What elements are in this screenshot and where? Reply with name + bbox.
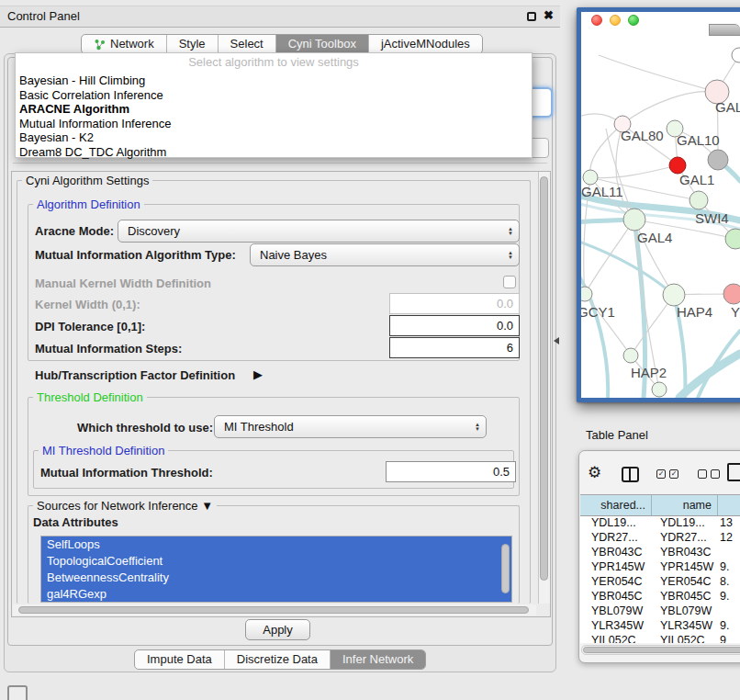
node-unlabeled[interactable] [708,150,728,170]
tab-label: Style [179,35,206,53]
table-cell: YBL079W [652,604,718,619]
tab-style[interactable]: Style [166,35,218,53]
tab-network[interactable]: Network [82,35,166,53]
node-swi4[interactable] [690,191,708,209]
node-label-y: Y [731,304,740,320]
tab-select[interactable]: Select [218,35,275,53]
column-header-shared[interactable]: shared... [580,494,652,516]
attribute-item-gal4rgexp[interactable]: gal4RGexp [41,586,511,603]
column-header-name[interactable]: name [652,494,718,516]
algorithm-option-mutual-information-inference[interactable]: Mutual Information Inference [16,117,532,131]
tab-impute-data[interactable]: Impute Data [135,650,224,669]
tab-label: jActiveMNodules [381,35,470,53]
threshold-definition-title: Threshold Definition [33,390,147,404]
unchecked-box-icon [711,469,720,479]
node-unlabeled[interactable] [725,229,740,249]
tab-jactivemnodules[interactable]: jActiveMNodules [368,35,482,53]
apply-button[interactable]: Apply [245,619,310,640]
window-zoom-icon[interactable] [628,15,639,26]
node-label-gal11: GAL11 [581,184,623,199]
settings-horizontal-scrollbar-thumb[interactable] [18,606,529,614]
table-row[interactable]: YIL052CYIL052C9 [580,634,740,643]
table-cell: YLR345W [580,619,652,634]
attribute-item-topologicalcoefficient[interactable]: TopologicalCoefficient [41,553,511,570]
mi-steps-input[interactable]: 6 [389,337,520,358]
attribute-item-selfloops[interactable]: SelfLoops [41,536,511,553]
dpi-tolerance-input[interactable]: 0.0 [389,315,520,336]
algorithm-option-aracne-algorithm[interactable]: ARACNE Algorithm [16,102,532,117]
node-gal4[interactable] [623,209,645,231]
tab-cyni-toolbox[interactable]: Cyni Toolbox [275,35,368,53]
mi-threshold-input[interactable]: 0.5 [386,461,516,482]
table-row[interactable]: YDL19...YDL19...13 [580,516,740,531]
attributes-list-scrollbar[interactable] [501,544,510,593]
table-cell: YBL079W [580,604,652,619]
hub-definition-label[interactable]: Hub/Transcription Factor Definition [35,367,235,384]
table-cell [718,604,740,619]
mi-steps-label: Mutual Information Steps: [35,341,182,357]
table-row[interactable]: YLR345WYLR345W9. [580,619,740,634]
node-label-hap4: HAP4 [677,304,712,320]
table-horizontal-scrollbar-thumb[interactable] [583,647,740,653]
table-cell: YPR145W [580,560,652,575]
node-label-hap2: HAP2 [631,365,667,380]
table-row[interactable]: YBL079WYBL079W [580,604,740,619]
node-hap4[interactable] [663,284,685,306]
stepper-arrows-icon: ▲▼ [502,227,519,236]
table-row[interactable]: YBR043CYBR043C [580,546,740,560]
algorithm-option-bayesian-k2[interactable]: Bayesian - K2 [16,130,532,145]
network-canvas[interactable]: GALGAL80GAL10GAL1GAL11SWI4GAL4GCY1HAP4YH… [581,12,740,398]
restore-panel-icon[interactable] [7,685,28,700]
which-threshold-select[interactable]: MI Threshold ▲▼ [214,415,487,438]
algorithm-option-basic-correlation-inference[interactable]: Basic Correlation Inference [16,88,532,103]
node-gcy1[interactable] [581,287,592,301]
table-cell: YER054C [652,575,718,590]
table-row[interactable]: YER054CYER054C8. [580,575,740,590]
sources-title-text: Sources for Network Inference [37,499,198,513]
node-hap2[interactable] [623,348,638,363]
tab-discretize-data[interactable]: Discretize Data [224,650,330,669]
document-icon[interactable] [727,463,740,481]
panel-splitter-arrow[interactable] [554,337,559,344]
node-y[interactable] [723,284,740,304]
column-layout-icon[interactable] [622,467,639,482]
float-window-icon[interactable] [527,12,536,21]
aracne-mode-select[interactable]: Discovery ▲▼ [118,220,520,243]
sources-group-title[interactable]: Sources for Network Inference ▼ [33,499,217,513]
table-panel-window: ⚙ ✓ ✓ shared...nameA YDL19...YDL19...13Y… [578,450,740,663]
settings-vertical-scrollbar-thumb[interactable] [540,176,548,581]
kernel-width-input[interactable]: 0.0 [389,293,520,314]
close-panel-icon[interactable]: ✖ [544,8,554,22]
algorithm-option-bayesian-hill-climbing[interactable]: Bayesian - Hill Climbing [16,73,532,88]
network-icon [94,39,106,51]
node-gal11[interactable] [583,170,598,185]
node-unlabeled[interactable] [732,48,740,62]
algorithm-option-dream8-dc-tdc-algorithm[interactable]: Dream8 DC_TDC Algorithm [16,145,532,160]
data-attributes-list[interactable]: SelfLoopsTopologicalCoefficientBetweenne… [40,536,512,603]
table-row[interactable]: YDR27...YDR27...12 [580,531,740,546]
column-header-a[interactable]: A [718,494,740,516]
expand-right-icon[interactable]: ▶ [253,367,263,381]
background-groupbox-edge [13,163,547,164]
window-minimize-icon[interactable] [610,15,621,26]
control-panel-header [0,6,560,28]
tab-label: Infer Network [342,650,413,669]
mi-threshold-label: Mutual Information Threshold: [40,465,213,481]
table-cell: YDL19... [652,516,718,531]
mi-algorithm-type-select[interactable]: Naive Bayes ▲▼ [250,243,520,266]
table-cell: 9. [718,590,740,604]
select-all-checkboxes-icon[interactable]: ✓ ✓ [656,469,678,479]
manual-kernel-width-checkbox[interactable] [503,276,516,288]
window-close-icon[interactable] [591,15,602,26]
table-cell: YBR043C [652,546,718,560]
gear-icon[interactable]: ⚙ [588,465,601,480]
node-unlabeled[interactable] [652,382,667,397]
table-row[interactable]: YPR145WYPR145W9. [580,560,740,575]
checked-box-icon: ✓ [656,469,666,479]
clear-all-checkboxes-icon[interactable] [698,469,720,479]
attribute-item-betweennesscentrality[interactable]: BetweennessCentrality [41,570,511,586]
network-view-window[interactable]: GALGAL80GAL10GAL1GAL11SWI4GAL4GCY1HAP4YH… [577,7,740,402]
tab-infer-network[interactable]: Infer Network [330,650,425,669]
table-row[interactable]: YBR045CYBR045C9. [580,590,740,604]
collapse-down-icon[interactable]: ▼ [201,499,213,513]
